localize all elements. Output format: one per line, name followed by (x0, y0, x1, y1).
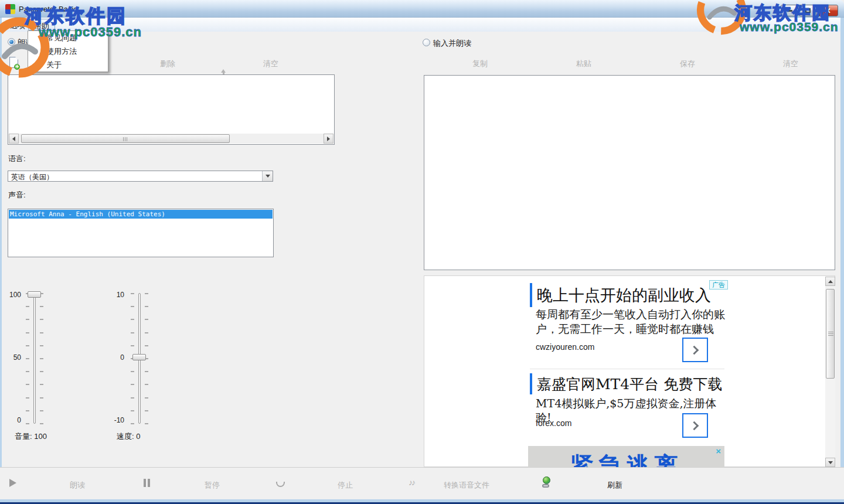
radio-type-and-read-label[interactable]: 输入并朗读 (433, 38, 471, 49)
app-icon-green (11, 4, 16, 9)
maximize-icon (805, 8, 811, 13)
ad1-body: 每周都有至少一笔收入自动打入你的账户，无需工作一天，睡觉时都在赚钱 (536, 307, 730, 336)
scroll-right-button[interactable] (324, 134, 333, 144)
arrow-right-icon (327, 137, 330, 141)
volume-slider-thumb[interactable] (28, 291, 41, 298)
scrollbar-thumb[interactable] (826, 289, 835, 379)
ad-vertical-scrollbar[interactable] (825, 277, 835, 467)
volume-slider-track[interactable] (33, 293, 36, 424)
copy-button[interactable]: 复制 (472, 59, 488, 69)
title-bar[interactable]: Panopreter Basic ✕ (0, 0, 844, 18)
window-border-right (840, 18, 844, 499)
speed-mid-label: 0 (110, 353, 124, 362)
bottom-toolbar: 朗读 暂停 停止 ♪♪ 转换语音文件 刷新 (0, 467, 844, 499)
ad2-arrow-button[interactable] (682, 413, 708, 438)
volume-ticks-right (40, 293, 43, 424)
menu-item-usage[interactable]: 使用方法 (28, 45, 108, 58)
ad2-url[interactable]: forex.com (536, 418, 571, 428)
language-select[interactable]: 英语（美国） (8, 171, 273, 182)
menu-options[interactable]: 选项 (5, 19, 30, 30)
arrow-down-icon (828, 461, 833, 464)
paste-button[interactable]: 粘贴 (576, 59, 591, 69)
volume-min-label: 0 (5, 416, 21, 424)
radio-read-file[interactable] (8, 38, 15, 46)
ad1-url[interactable]: cwziyouren.com (536, 342, 594, 352)
app-icon (5, 4, 15, 14)
menu-item-faq[interactable]: 常见问题 (28, 31, 108, 45)
scrollbar-thumb[interactable] (21, 134, 230, 143)
arrow-up-icon (828, 280, 833, 283)
close-button[interactable]: ✕ (818, 5, 838, 16)
save-button[interactable]: 保存 (680, 59, 695, 69)
convert-audio-button[interactable]: 转换语音文件 (444, 480, 489, 491)
delete-button[interactable]: 删除 (160, 59, 175, 69)
speed-value-label: 速度: 0 (117, 431, 140, 442)
volume-mid-label: 50 (5, 353, 21, 362)
add-plus-icon (14, 64, 20, 70)
voice-list-selected-item[interactable]: Microsoft Anna - English (United States) (9, 210, 273, 219)
ad-banner[interactable]: 紧急逃离 × (528, 446, 724, 467)
window-border-left (0, 18, 2, 499)
arrow-left-icon (12, 137, 15, 141)
thumb-grip (828, 331, 833, 336)
stop-icon[interactable] (276, 482, 285, 487)
minimize-icon (787, 10, 792, 12)
globe-link-icon[interactable] (542, 476, 552, 488)
ad1-arrow-button[interactable] (682, 338, 708, 362)
menu-bar: 选项 帮助 (2, 18, 840, 32)
speed-max-label: 10 (110, 291, 124, 299)
banner-close-icon[interactable]: × (716, 446, 721, 456)
banner-text: 紧急逃离 (570, 449, 683, 467)
horizontal-scrollbar[interactable] (9, 134, 333, 144)
clear-text-button[interactable]: 清空 (783, 59, 798, 69)
menu-help[interactable]: 帮助 (28, 19, 55, 30)
pause-button[interactable]: 暂停 (205, 480, 220, 491)
music-notes-icon[interactable]: ♪♪ (409, 478, 414, 487)
voice-list-box[interactable]: Microsoft Anna - English (United States) (8, 209, 274, 257)
stop-button[interactable]: 停止 (338, 480, 353, 491)
help-dropdown-menu: 常见问题 使用方法 关于 (28, 30, 108, 72)
minimize-button[interactable] (781, 5, 798, 16)
pause-icon[interactable] (144, 479, 150, 487)
chevron-right-icon (689, 345, 699, 355)
app-icon-blue (5, 9, 11, 15)
speed-min-label: -10 (108, 416, 124, 424)
ad1-accent-bar (530, 283, 532, 307)
scroll-up-button[interactable] (825, 277, 835, 286)
file-list-box[interactable] (8, 74, 335, 145)
window-border-bottom (0, 499, 844, 504)
scroll-down-button[interactable] (825, 458, 835, 467)
volume-value-label: 音量: 100 (15, 431, 47, 442)
app-icon-yellow (11, 9, 16, 15)
speed-slider-thumb[interactable] (132, 354, 146, 360)
app-window: Panopreter Basic ✕ 选项 帮助 朗读文件 删除 清空 语言: … (0, 0, 844, 504)
language-label: 语言: (8, 154, 26, 164)
volume-max-label: 100 (5, 291, 21, 299)
text-input-area[interactable] (424, 75, 835, 270)
new-file-button[interactable] (9, 57, 18, 68)
voice-label: 声音: (8, 190, 26, 200)
read-button[interactable]: 朗读 (70, 480, 85, 491)
play-icon[interactable] (9, 479, 16, 487)
radio-type-and-read[interactable] (423, 39, 430, 46)
clear-list-button[interactable]: 清空 (263, 59, 278, 69)
page-fold-icon (15, 57, 18, 60)
window-title: Panopreter Basic (19, 5, 77, 13)
ad-badge: 广告 (709, 280, 728, 290)
globe-icon (543, 476, 550, 484)
combo-dropdown-button[interactable] (262, 171, 273, 181)
ad-separator (530, 369, 724, 369)
maximize-button[interactable] (799, 5, 816, 16)
chevron-right-icon (689, 421, 699, 430)
menu-item-about[interactable]: 关于 (28, 58, 108, 71)
scroll-left-button[interactable] (9, 134, 19, 144)
chevron-down-icon (266, 175, 270, 178)
thumb-grip (123, 137, 128, 141)
ad2-title[interactable]: 嘉盛官网MT4平台 免费下载 (537, 374, 722, 394)
ad1-title[interactable]: 晚上十点开始的副业收入 (537, 285, 711, 306)
language-value: 英语（美国） (11, 172, 53, 182)
ad2-accent-bar (530, 373, 532, 394)
close-icon: ✕ (825, 7, 831, 15)
refresh-button[interactable]: 刷新 (607, 480, 622, 491)
volume-ticks-left (26, 293, 29, 424)
